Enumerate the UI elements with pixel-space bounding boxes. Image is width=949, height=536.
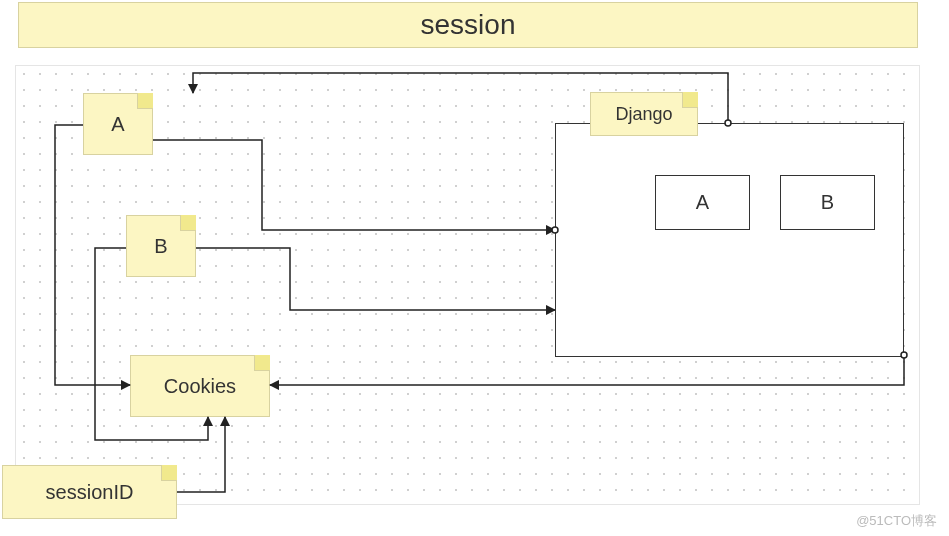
title-note: session (18, 2, 918, 48)
title-text: session (421, 9, 516, 41)
note-b: B (126, 215, 196, 277)
folded-corner-icon (682, 92, 698, 108)
note-sessionid: sessionID (2, 465, 177, 519)
note-cookies: Cookies (130, 355, 270, 417)
folded-corner-icon (161, 465, 177, 481)
note-b-label: B (154, 235, 167, 258)
folded-corner-icon (137, 93, 153, 109)
server-box-a-label: A (696, 191, 709, 214)
server-box-a: A (655, 175, 750, 230)
note-django-label: Django (615, 104, 672, 125)
folded-corner-icon (254, 355, 270, 371)
note-a-label: A (111, 113, 124, 136)
watermark: @51CTO博客 (856, 512, 937, 530)
folded-corner-icon (180, 215, 196, 231)
server-box-b-label: B (821, 191, 834, 214)
note-django: Django (590, 92, 698, 136)
django-container (555, 123, 904, 357)
note-a: A (83, 93, 153, 155)
note-sessionid-label: sessionID (46, 481, 134, 504)
server-box-b: B (780, 175, 875, 230)
note-cookies-label: Cookies (164, 375, 236, 398)
